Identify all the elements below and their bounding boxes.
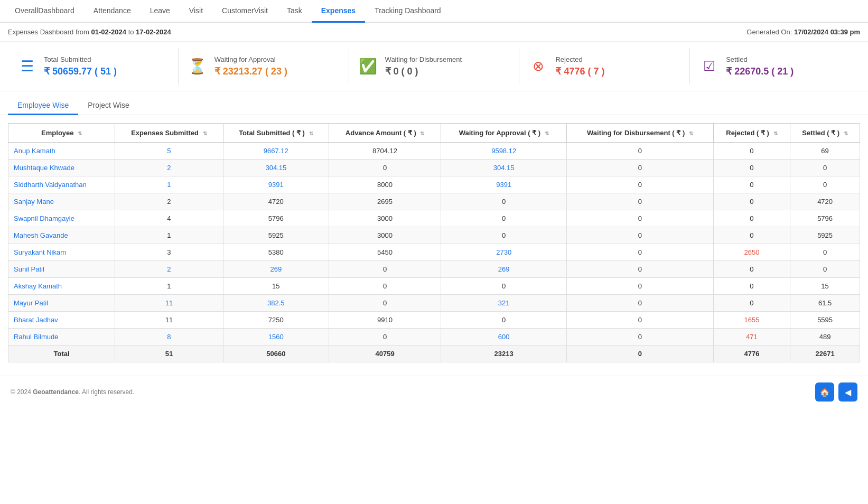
- tab-employee-wise[interactable]: Employee Wise: [8, 97, 78, 115]
- cell-waiting-disbursement: 0: [567, 295, 713, 312]
- nav-expenses[interactable]: Expenses: [312, 0, 365, 23]
- table-row: Sanjay Mane 2 4720 2695 0 0 0 4720: [8, 193, 860, 210]
- cell-total[interactable]: 382.5: [223, 295, 329, 312]
- cell-employee[interactable]: Mushtaque Khwade: [8, 160, 115, 176]
- total-label: Total: [8, 346, 115, 362]
- cell-rejected[interactable]: 1655: [713, 312, 790, 329]
- summary-card-waiting-approval[interactable]: ⏳ Waiting for Approval ₹ 23213.27 ( 23 ): [179, 48, 349, 85]
- list-icon: ☰: [17, 58, 36, 75]
- cell-waiting-approval[interactable]: 9391: [441, 176, 567, 193]
- summary-card-total-submitted[interactable]: ☰ Total Submitted ₹ 50659.77 ( 51 ): [8, 48, 179, 85]
- cell-settled: 0: [790, 160, 860, 176]
- from-date: 01-02-2024: [91, 28, 127, 36]
- waiting-disbursement-label: Waiting for Disbursement: [385, 55, 462, 63]
- waiting-disbursement-value: ₹ 0 ( 0 ): [385, 66, 462, 77]
- col-employee[interactable]: Employee ⇅: [8, 124, 115, 143]
- cell-expenses: 2: [115, 193, 223, 210]
- cell-settled: 489: [790, 329, 860, 346]
- nav-leave[interactable]: Leave: [141, 0, 180, 23]
- col-settled[interactable]: Settled ( ₹ ) ⇅: [790, 124, 860, 143]
- col-advance-amount[interactable]: Advance Amount ( ₹ ) ⇅: [329, 124, 441, 143]
- cell-waiting-approval[interactable]: 304.15: [441, 160, 567, 176]
- cell-expenses[interactable]: 8: [115, 329, 223, 346]
- cell-total[interactable]: 269: [223, 261, 329, 278]
- summary-info-waiting-disbursement: Waiting for Disbursement ₹ 0 ( 0 ): [385, 55, 462, 77]
- cell-advance: 3000: [329, 227, 441, 244]
- cell-rejected: 0: [713, 143, 790, 160]
- cell-employee[interactable]: Akshay Kamath: [8, 278, 115, 295]
- cell-expenses[interactable]: 11: [115, 295, 223, 312]
- cell-employee[interactable]: Anup Kamath: [8, 143, 115, 160]
- generated-label: Generated On:: [746, 28, 792, 36]
- cell-settled: 0: [790, 261, 860, 278]
- col-expenses-submitted[interactable]: Expenses Submitted ⇅: [115, 124, 223, 143]
- cell-employee[interactable]: Suryakant Nikam: [8, 244, 115, 261]
- nav-attendance[interactable]: Attendance: [84, 0, 141, 23]
- nav-task[interactable]: Task: [277, 0, 312, 23]
- sort-icon-total: ⇅: [309, 130, 313, 136]
- table-row: Suryakant Nikam 3 5380 5450 2730 0 2650 …: [8, 244, 860, 261]
- sort-icon-settled: ⇅: [844, 130, 848, 136]
- cell-expenses[interactable]: 5: [115, 143, 223, 160]
- cell-total: 5925: [223, 227, 329, 244]
- cell-rejected[interactable]: 2650: [713, 244, 790, 261]
- cell-advance: 8000: [329, 176, 441, 193]
- summary-card-waiting-disbursement[interactable]: ✅ Waiting for Disbursement ₹ 0 ( 0 ): [349, 48, 520, 85]
- nav-overall-dashboard[interactable]: OverallDashboard: [5, 0, 84, 23]
- summary-card-settled[interactable]: ☑ Settled ₹ 22670.5 ( 21 ): [690, 48, 860, 85]
- cell-settled: 4720: [790, 193, 860, 210]
- cell-employee[interactable]: Swapnil Dhamgayle: [8, 210, 115, 227]
- nav-tracking-dashboard[interactable]: Tracking Dashboard: [365, 0, 451, 23]
- cell-expenses[interactable]: 2: [115, 261, 223, 278]
- cell-advance: 2695: [329, 193, 441, 210]
- cell-employee[interactable]: Mayur Patil: [8, 295, 115, 312]
- cell-employee[interactable]: Rahul Bilmude: [8, 329, 115, 346]
- cell-rejected[interactable]: 471: [713, 329, 790, 346]
- cell-advance: 0: [329, 160, 441, 176]
- cell-waiting-approval[interactable]: 600: [441, 329, 567, 346]
- tab-project-wise[interactable]: Project Wise: [78, 97, 139, 115]
- cell-advance: 0: [329, 329, 441, 346]
- back-button[interactable]: ◀: [838, 382, 857, 402]
- to-label: to: [126, 28, 136, 36]
- cell-total[interactable]: 304.15: [223, 160, 329, 176]
- cell-expenses[interactable]: 1: [115, 176, 223, 193]
- cell-waiting-approval: 0: [441, 210, 567, 227]
- col-total-submitted[interactable]: Total Submitted ( ₹ ) ⇅: [223, 124, 329, 143]
- cell-waiting-approval[interactable]: 9598.12: [441, 143, 567, 160]
- summary-card-rejected[interactable]: ⊗ Rejected ₹ 4776 ( 7 ): [519, 48, 690, 85]
- cell-rejected: 0: [713, 261, 790, 278]
- col-waiting-approval[interactable]: Waiting for Approval ( ₹ ) ⇅: [441, 124, 567, 143]
- summary-cards: ☰ Total Submitted ₹ 50659.77 ( 51 ) ⏳ Wa…: [0, 42, 868, 91]
- col-rejected[interactable]: Rejected ( ₹ ) ⇅: [713, 124, 790, 143]
- total-settled: 22671: [790, 346, 860, 362]
- header-bar: Expenses Dashboard from 01-02-2024 to 17…: [0, 23, 868, 42]
- settled-icon: ☑: [699, 58, 718, 74]
- generated-on: Generated On: 17/02/2024 03:39 pm: [746, 28, 860, 36]
- nav-visit[interactable]: Visit: [180, 0, 212, 23]
- cell-total[interactable]: 9391: [223, 176, 329, 193]
- cell-waiting-approval[interactable]: 269: [441, 261, 567, 278]
- cell-waiting-disbursement: 0: [567, 143, 713, 160]
- home-button[interactable]: 🏠: [815, 382, 834, 402]
- cell-employee[interactable]: Siddharth Vaidyanathan: [8, 176, 115, 193]
- cell-waiting-approval[interactable]: 2730: [441, 244, 567, 261]
- cell-waiting-disbursement: 0: [567, 160, 713, 176]
- cell-waiting-approval: 0: [441, 278, 567, 295]
- cell-waiting-approval[interactable]: 321: [441, 295, 567, 312]
- cell-total[interactable]: 9667.12: [223, 143, 329, 160]
- cell-expenses: 4: [115, 210, 223, 227]
- col-waiting-disbursement[interactable]: Waiting for Disbursement ( ₹ ) ⇅: [567, 124, 713, 143]
- total-waiting-disbursement: 0: [567, 346, 713, 362]
- cell-advance: 5450: [329, 244, 441, 261]
- table-row: Akshay Kamath 1 15 0 0 0 0 15: [8, 278, 860, 295]
- footer-copyright-text: © 2024: [11, 388, 33, 396]
- cell-employee[interactable]: Bharat Jadhav: [8, 312, 115, 329]
- nav-customer-visit[interactable]: CustomerVisit: [212, 0, 277, 23]
- cell-employee[interactable]: Sunil Patil: [8, 261, 115, 278]
- cell-total[interactable]: 1560: [223, 329, 329, 346]
- cell-expenses[interactable]: 2: [115, 160, 223, 176]
- generated-value: 17/02/2024 03:39 pm: [794, 28, 860, 36]
- cell-employee[interactable]: Sanjay Mane: [8, 193, 115, 210]
- cell-employee[interactable]: Mahesh Gavande: [8, 227, 115, 244]
